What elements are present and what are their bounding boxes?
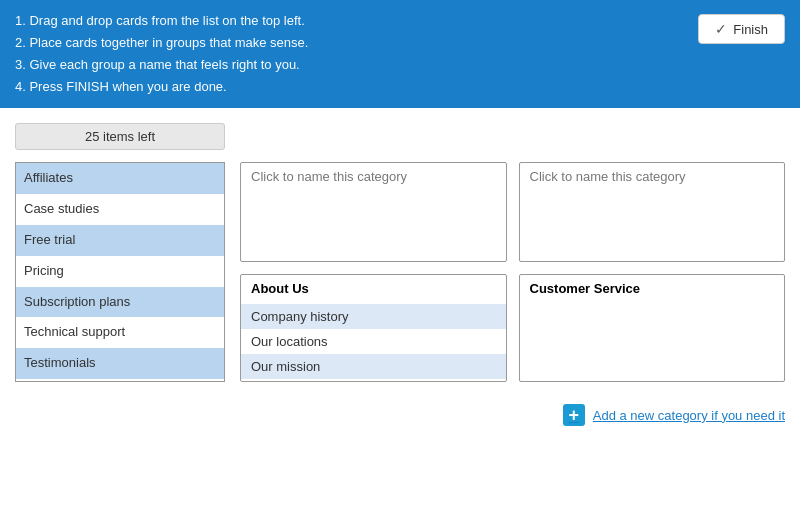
add-category-button[interactable]: + Add a new category if you need it — [563, 404, 785, 426]
list-item[interactable]: Pricing — [16, 256, 224, 287]
category-box: Click to name this category — [240, 162, 507, 262]
main-content: 25 items left AffiliatesCase studiesFree… — [0, 108, 800, 531]
check-icon: ✓ — [715, 21, 727, 37]
list-item[interactable]: Technical support — [16, 317, 224, 348]
category-card-item[interactable]: Our locations — [241, 329, 506, 354]
header: 1. Drag and drop cards from the list on … — [0, 0, 800, 108]
category-box: Click to name this category — [519, 162, 786, 262]
category-card-item[interactable]: Our mission — [241, 354, 506, 379]
category-title[interactable]: Customer Service — [520, 275, 785, 302]
list-item[interactable]: Testimonials — [16, 348, 224, 379]
instructions: 1. Drag and drop cards from the list on … — [15, 10, 308, 98]
finish-button[interactable]: ✓ Finish — [698, 14, 785, 44]
card-list[interactable]: AffiliatesCase studiesFree trialPricingS… — [15, 162, 225, 382]
categories-panel: Click to name this categoryClick to name… — [240, 162, 785, 382]
list-item[interactable]: Our staff — [16, 379, 224, 381]
plus-icon: + — [563, 404, 585, 426]
finish-label: Finish — [733, 22, 768, 37]
category-title[interactable]: Click to name this category — [520, 163, 785, 190]
list-item[interactable]: Subscription plans — [16, 287, 224, 318]
category-box: Customer Service — [519, 274, 786, 382]
content-area: AffiliatesCase studiesFree trialPricingS… — [15, 162, 785, 382]
category-box: About UsCompany historyOur locationsOur … — [240, 274, 507, 382]
category-title[interactable]: Click to name this category — [241, 163, 506, 190]
add-category-label: Add a new category if you need it — [593, 408, 785, 423]
category-title[interactable]: About Us — [241, 275, 506, 302]
list-item[interactable]: Free trial — [16, 225, 224, 256]
category-card-item[interactable]: Company history — [241, 304, 506, 329]
instruction-line: 1. Drag and drop cards from the list on … — [15, 10, 308, 32]
bottom-bar: + Add a new category if you need it — [15, 392, 785, 431]
list-item[interactable]: Case studies — [16, 194, 224, 225]
instruction-line: 4. Press FINISH when you are done. — [15, 76, 308, 98]
list-item[interactable]: Affiliates — [16, 163, 224, 194]
instruction-line: 2. Place cards together in groups that m… — [15, 32, 308, 54]
instruction-line: 3. Give each group a name that feels rig… — [15, 54, 308, 76]
items-left-badge: 25 items left — [15, 123, 225, 150]
card-list-panel: AffiliatesCase studiesFree trialPricingS… — [15, 162, 225, 382]
card-list-inner[interactable]: AffiliatesCase studiesFree trialPricingS… — [16, 163, 224, 381]
category-items: Company historyOur locationsOur mission — [241, 302, 506, 381]
